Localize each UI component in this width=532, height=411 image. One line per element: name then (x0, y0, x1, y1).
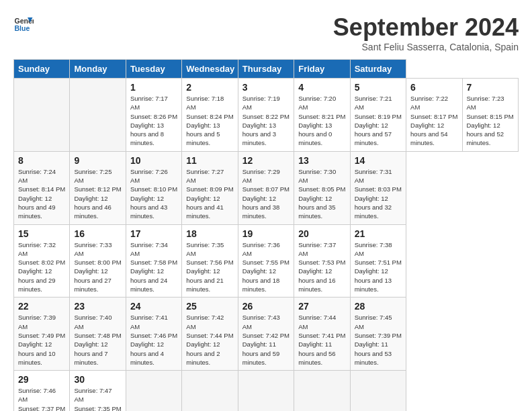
day-number: 17 (130, 228, 177, 239)
day-info: Sunrise: 7:19 AM Sunset: 8:22 PM Dayligh… (242, 94, 290, 148)
day-number: 15 (18, 228, 65, 239)
day-info: Sunrise: 7:41 AM Sunset: 7:46 PM Dayligh… (130, 313, 177, 367)
day-number: 23 (74, 301, 121, 312)
calendar-day-cell: 27 Sunrise: 7:44 AM Sunset: 7:41 PM Dayl… (294, 298, 350, 371)
day-info: Sunrise: 7:29 AM Sunset: 8:07 PM Dayligh… (242, 167, 290, 221)
day-number: 3 (242, 82, 290, 93)
day-number: 8 (18, 155, 65, 166)
day-info: Sunrise: 7:26 AM Sunset: 8:10 PM Dayligh… (130, 167, 177, 221)
day-number: 20 (298, 228, 345, 239)
calendar-day-cell (294, 371, 350, 411)
day-info: Sunrise: 7:24 AM Sunset: 8:14 PM Dayligh… (18, 167, 65, 221)
calendar-day-cell: 12 Sunrise: 7:29 AM Sunset: 8:07 PM Dayl… (238, 151, 294, 224)
calendar-day-cell: 9 Sunrise: 7:25 AM Sunset: 8:12 PM Dayli… (70, 151, 126, 224)
day-info: Sunrise: 7:36 AM Sunset: 7:55 PM Dayligh… (242, 240, 290, 294)
weekday-header: Wednesday (182, 60, 238, 79)
calendar-day-cell: 15 Sunrise: 7:32 AM Sunset: 8:02 PM Dayl… (14, 224, 70, 298)
day-number: 6 (410, 82, 457, 93)
day-info: Sunrise: 7:27 AM Sunset: 8:09 PM Dayligh… (186, 167, 233, 221)
calendar-week-row: 8 Sunrise: 7:24 AM Sunset: 8:14 PM Dayli… (14, 151, 519, 224)
day-info: Sunrise: 7:42 AM Sunset: 7:44 PM Dayligh… (186, 313, 233, 367)
weekday-header-row: SundayMondayTuesdayWednesdayThursdayFrid… (14, 60, 519, 79)
day-info: Sunrise: 7:39 AM Sunset: 7:49 PM Dayligh… (18, 313, 65, 367)
calendar-day-cell: 29 Sunrise: 7:46 AM Sunset: 7:37 PM Dayl… (14, 371, 70, 411)
day-number: 9 (74, 155, 121, 166)
calendar-week-row: 29 Sunrise: 7:46 AM Sunset: 7:37 PM Dayl… (14, 371, 519, 411)
calendar-day-cell: 18 Sunrise: 7:35 AM Sunset: 7:56 PM Dayl… (182, 224, 238, 298)
title-section: September 2024 Sant Feliu Sasserra, Cata… (333, 13, 519, 52)
calendar-day-cell: 14 Sunrise: 7:31 AM Sunset: 8:03 PM Dayl… (350, 151, 406, 224)
day-info: Sunrise: 7:40 AM Sunset: 7:48 PM Dayligh… (74, 313, 121, 367)
calendar-day-cell: 2 Sunrise: 7:18 AM Sunset: 8:24 PM Dayli… (182, 79, 238, 152)
day-info: Sunrise: 7:18 AM Sunset: 8:24 PM Dayligh… (186, 94, 233, 148)
day-number: 28 (355, 301, 402, 312)
calendar-day-cell: 26 Sunrise: 7:43 AM Sunset: 7:42 PM Dayl… (238, 298, 294, 371)
day-info: Sunrise: 7:33 AM Sunset: 8:00 PM Dayligh… (74, 240, 121, 294)
calendar-day-cell (14, 79, 70, 152)
day-number: 1 (130, 82, 177, 93)
logo-icon: General Blue (13, 13, 34, 34)
day-info: Sunrise: 7:25 AM Sunset: 8:12 PM Dayligh… (74, 167, 121, 221)
calendar-week-row: 22 Sunrise: 7:39 AM Sunset: 7:49 PM Dayl… (14, 298, 519, 371)
day-info: Sunrise: 7:34 AM Sunset: 7:58 PM Dayligh… (130, 240, 177, 294)
calendar-day-cell: 5 Sunrise: 7:21 AM Sunset: 8:19 PM Dayli… (350, 79, 406, 152)
day-number: 25 (186, 301, 233, 312)
calendar-day-cell (70, 79, 126, 152)
day-number: 4 (298, 82, 345, 93)
calendar-day-cell (182, 371, 238, 411)
calendar-day-cell: 23 Sunrise: 7:40 AM Sunset: 7:48 PM Dayl… (70, 298, 126, 371)
calendar-day-cell: 16 Sunrise: 7:33 AM Sunset: 8:00 PM Dayl… (70, 224, 126, 298)
calendar-day-cell: 11 Sunrise: 7:27 AM Sunset: 8:09 PM Dayl… (182, 151, 238, 224)
day-info: Sunrise: 7:20 AM Sunset: 8:21 PM Dayligh… (298, 94, 345, 148)
day-number: 18 (186, 228, 233, 239)
calendar-day-cell: 25 Sunrise: 7:42 AM Sunset: 7:44 PM Dayl… (182, 298, 238, 371)
day-number: 19 (242, 228, 290, 239)
weekday-header: Monday (70, 60, 126, 79)
day-info: Sunrise: 7:30 AM Sunset: 8:05 PM Dayligh… (298, 167, 345, 221)
svg-text:Blue: Blue (15, 24, 30, 32)
day-number: 16 (74, 228, 121, 239)
calendar-day-cell: 8 Sunrise: 7:24 AM Sunset: 8:14 PM Dayli… (14, 151, 70, 224)
day-info: Sunrise: 7:23 AM Sunset: 8:15 PM Dayligh… (467, 94, 515, 148)
calendar-day-cell: 28 Sunrise: 7:45 AM Sunset: 7:39 PM Dayl… (350, 298, 406, 371)
calendar-day-cell (350, 371, 406, 411)
calendar-day-cell: 6 Sunrise: 7:22 AM Sunset: 8:17 PM Dayli… (406, 79, 462, 152)
calendar-day-cell: 4 Sunrise: 7:20 AM Sunset: 8:21 PM Dayli… (294, 79, 350, 152)
calendar-day-cell (238, 371, 294, 411)
day-number: 22 (18, 301, 65, 312)
logo: General Blue (13, 13, 34, 34)
day-number: 29 (18, 374, 65, 385)
calendar-day-cell: 24 Sunrise: 7:41 AM Sunset: 7:46 PM Dayl… (126, 298, 181, 371)
weekday-header: Friday (294, 60, 350, 79)
day-info: Sunrise: 7:17 AM Sunset: 8:26 PM Dayligh… (130, 94, 177, 148)
day-info: Sunrise: 7:22 AM Sunset: 8:17 PM Dayligh… (410, 94, 457, 148)
day-number: 30 (74, 374, 121, 385)
day-info: Sunrise: 7:46 AM Sunset: 7:37 PM Dayligh… (18, 386, 65, 411)
month-title: September 2024 (333, 13, 519, 42)
calendar-day-cell (126, 371, 181, 411)
day-info: Sunrise: 7:45 AM Sunset: 7:39 PM Dayligh… (355, 313, 402, 367)
page-header: General Blue September 2024 Sant Feliu S… (13, 13, 519, 52)
day-number: 27 (298, 301, 345, 312)
day-number: 26 (242, 301, 290, 312)
day-info: Sunrise: 7:35 AM Sunset: 7:56 PM Dayligh… (186, 240, 233, 294)
day-number: 24 (130, 301, 177, 312)
day-info: Sunrise: 7:44 AM Sunset: 7:41 PM Dayligh… (298, 313, 345, 367)
calendar-day-cell: 7 Sunrise: 7:23 AM Sunset: 8:15 PM Dayli… (462, 79, 519, 152)
day-number: 2 (186, 82, 233, 93)
weekday-header: Thursday (238, 60, 294, 79)
calendar-day-cell: 20 Sunrise: 7:37 AM Sunset: 7:53 PM Dayl… (294, 224, 350, 298)
calendar-table: SundayMondayTuesdayWednesdayThursdayFrid… (13, 59, 519, 411)
calendar-day-cell: 19 Sunrise: 7:36 AM Sunset: 7:55 PM Dayl… (238, 224, 294, 298)
weekday-header: Saturday (350, 60, 406, 79)
weekday-header: Sunday (14, 60, 70, 79)
location-title: Sant Feliu Sasserra, Catalonia, Spain (333, 42, 519, 52)
calendar-week-row: 1 Sunrise: 7:17 AM Sunset: 8:26 PM Dayli… (14, 79, 519, 152)
day-number: 12 (242, 155, 290, 166)
day-info: Sunrise: 7:31 AM Sunset: 8:03 PM Dayligh… (355, 167, 402, 221)
day-number: 13 (298, 155, 345, 166)
calendar-day-cell: 13 Sunrise: 7:30 AM Sunset: 8:05 PM Dayl… (294, 151, 350, 224)
calendar-day-cell: 21 Sunrise: 7:38 AM Sunset: 7:51 PM Dayl… (350, 224, 406, 298)
day-number: 21 (355, 228, 402, 239)
day-number: 10 (130, 155, 177, 166)
